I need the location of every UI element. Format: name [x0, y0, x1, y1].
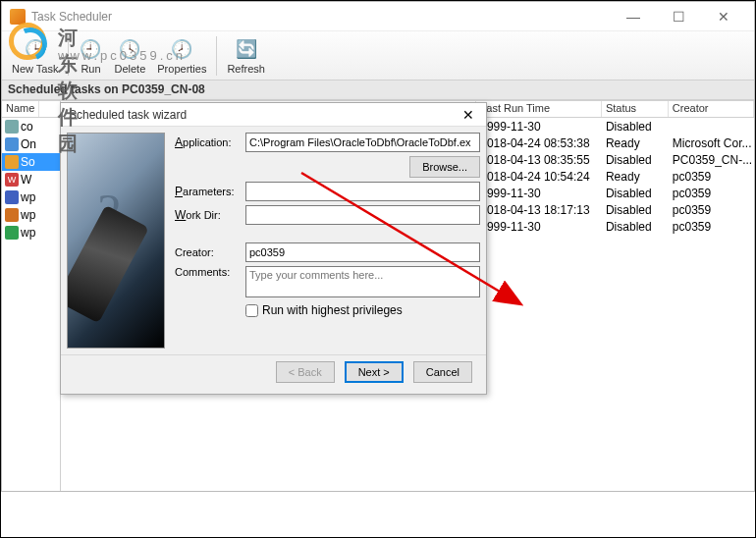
task-icon [5, 137, 19, 151]
window-title: Task Scheduler [31, 10, 611, 24]
run-icon: 🕘 [79, 37, 102, 61]
app-icon [10, 9, 26, 25]
task-icon [5, 120, 19, 134]
toolbar-separator [68, 36, 69, 76]
dialog-title: Scheduled task wizard [69, 108, 459, 122]
task-row[interactable]: co [2, 118, 60, 135]
wizard-image [67, 133, 165, 349]
comments-label: Comments: [175, 266, 240, 278]
next-button[interactable]: Next > [345, 361, 404, 383]
delete-button[interactable]: 🕓 Delete [108, 35, 151, 77]
task-row[interactable]: So [2, 153, 60, 171]
column-header-last-run[interactable]: Last Run Time [476, 101, 602, 117]
comments-textarea[interactable] [245, 266, 480, 297]
maximize-button[interactable]: ☐ [656, 2, 701, 31]
task-row[interactable]: wp [2, 206, 60, 224]
workdir-input[interactable] [245, 205, 480, 225]
task-icon [5, 208, 19, 222]
run-highest-checkbox[interactable] [245, 304, 258, 317]
properties-button[interactable]: 🕗 Properties [151, 35, 212, 77]
task-icon: W [5, 173, 19, 187]
application-label: Application: [175, 135, 240, 149]
parameters-input[interactable] [245, 182, 480, 201]
run-highest-label: Run with highest privileges [262, 303, 403, 317]
task-row[interactable]: wp [2, 188, 60, 206]
column-header-status[interactable]: Status [602, 101, 669, 117]
parameters-label: Parameters: [175, 185, 240, 198]
task-row[interactable]: On [2, 135, 60, 153]
name-column-panel: Name co On So WW wp wp wp [2, 100, 61, 491]
task-icon [5, 226, 19, 240]
browse-button[interactable]: Browse... [409, 156, 480, 178]
column-header-name[interactable]: Name [2, 101, 39, 117]
column-header-creator[interactable]: Creator [669, 101, 754, 117]
cancel-button[interactable]: Cancel [413, 361, 472, 383]
toolbar-separator [216, 36, 217, 76]
properties-icon: 🕗 [170, 37, 193, 61]
dialog-close-button[interactable]: ✕ [459, 105, 478, 125]
close-button[interactable]: ✕ [701, 2, 746, 31]
run-button[interactable]: 🕘 Run [73, 35, 108, 77]
refresh-icon: 🔄 [235, 37, 258, 61]
new-task-button[interactable]: 🕒 New Task [6, 35, 64, 77]
task-row[interactable]: WW [2, 171, 60, 188]
task-icon [5, 155, 19, 169]
task-row[interactable]: wp [2, 224, 60, 242]
creator-input[interactable] [245, 242, 480, 262]
new-task-icon: 🕒 [24, 37, 47, 61]
task-list: co On So WW wp wp wp [2, 118, 60, 242]
application-input[interactable] [245, 133, 480, 152]
creator-label: Creator: [175, 246, 240, 258]
titlebar: Task Scheduler — ☐ ✕ [2, 2, 754, 31]
back-button[interactable]: < Back [276, 361, 335, 383]
minimize-button[interactable]: — [611, 2, 656, 31]
scheduled-task-wizard-dialog: Scheduled task wizard ✕ Application: Bro… [60, 102, 487, 395]
scheduled-tasks-header: Scheduled tasks on PC0359_CN-08 [2, 81, 754, 100]
delete-icon: 🕓 [118, 37, 141, 61]
workdir-label: Work Dir: [175, 208, 240, 222]
task-icon [5, 190, 19, 204]
toolbar: 🕒 New Task 🕘 Run 🕓 Delete 🕗 Properties 🔄… [2, 31, 754, 81]
refresh-button[interactable]: 🔄 Refresh [221, 35, 271, 77]
